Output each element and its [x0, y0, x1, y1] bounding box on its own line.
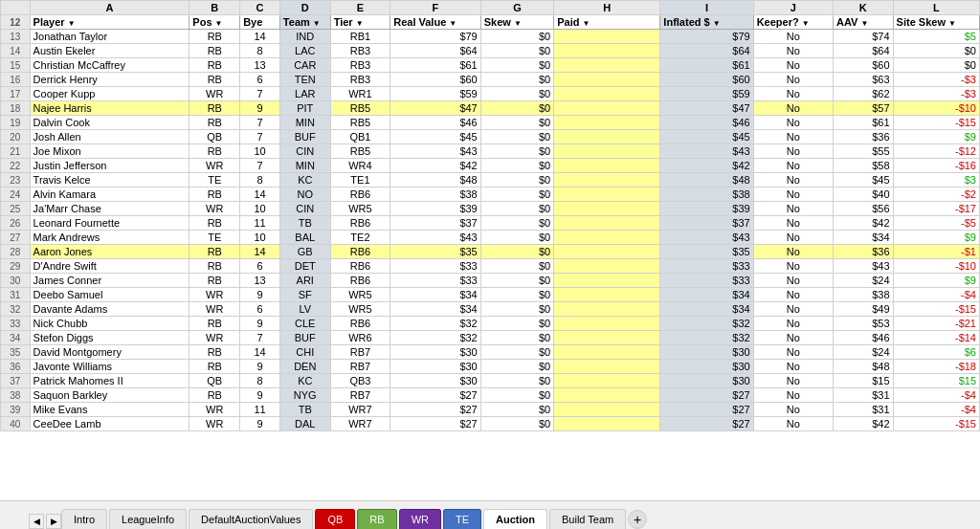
player-real-value: $47: [390, 101, 481, 116]
player-pos: TE: [189, 231, 240, 245]
player-tier: RB6: [330, 216, 390, 231]
player-paid[interactable]: [554, 116, 660, 130]
header-cell-inflated-[interactable]: Inflated $ ▼: [660, 15, 753, 30]
player-paid[interactable]: [554, 403, 660, 417]
header-cell-keeper?[interactable]: Keeper? ▼: [753, 15, 833, 30]
player-paid[interactable]: [554, 173, 660, 187]
player-name: D'Andre Swift: [30, 259, 189, 274]
header-cell-skew[interactable]: Skew ▼: [480, 15, 553, 30]
player-paid[interactable]: [554, 331, 660, 345]
player-paid[interactable]: [554, 360, 660, 374]
player-paid[interactable]: [554, 259, 660, 274]
row-number: 21: [1, 144, 31, 159]
player-keeper: No: [753, 144, 833, 159]
player-paid[interactable]: [554, 302, 660, 317]
player-real-value: $32: [390, 317, 481, 331]
player-skew: $0: [480, 345, 553, 360]
player-name: Stefon Diggs: [30, 331, 189, 345]
header-cell-team[interactable]: Team ▼: [279, 15, 330, 30]
tab-intro[interactable]: Intro: [61, 509, 107, 529]
row-number: 16: [1, 73, 31, 87]
player-skew: $0: [480, 101, 553, 116]
tab-auction[interactable]: Auction: [483, 509, 547, 529]
player-inflated: $30: [660, 374, 753, 388]
player-paid[interactable]: [554, 58, 660, 73]
player-paid[interactable]: [554, 187, 660, 202]
player-skew: $0: [480, 216, 553, 231]
player-pos: RB: [189, 144, 240, 159]
player-tier: RB6: [330, 187, 390, 202]
row-number: 23: [1, 173, 31, 187]
player-paid[interactable]: [554, 130, 660, 144]
row-number: 24: [1, 187, 31, 202]
tab-qb[interactable]: QB: [315, 509, 355, 529]
player-team: MIN: [279, 116, 330, 130]
player-tier: RB5: [330, 116, 390, 130]
player-pos: QB: [189, 374, 240, 388]
player-pos: WR: [189, 331, 240, 345]
header-cell-paid[interactable]: Paid ▼: [554, 15, 660, 30]
player-paid[interactable]: [554, 374, 660, 388]
player-pos: RB: [189, 44, 240, 58]
col-c-header: C: [240, 1, 280, 15]
tab-scroll-left[interactable]: ◀: [29, 514, 44, 529]
player-paid[interactable]: [554, 317, 660, 331]
header-cell-site-skew[interactable]: Site Skew ▼: [893, 15, 979, 30]
player-paid[interactable]: [554, 274, 660, 288]
header-cell-player[interactable]: Player ▼: [30, 15, 189, 30]
player-real-value: $30: [390, 374, 481, 388]
player-inflated: $34: [660, 302, 753, 317]
player-paid[interactable]: [554, 288, 660, 302]
header-cell-pos[interactable]: Pos ▼: [189, 15, 240, 30]
player-paid[interactable]: [554, 30, 660, 44]
row-number: 31: [1, 288, 31, 302]
player-paid[interactable]: [554, 73, 660, 87]
player-paid[interactable]: [554, 417, 660, 431]
player-paid[interactable]: [554, 202, 660, 216]
player-keeper: No: [753, 116, 833, 130]
player-pos: RB: [189, 101, 240, 116]
player-paid[interactable]: [554, 216, 660, 231]
player-paid[interactable]: [554, 159, 660, 173]
player-bye: 7: [240, 130, 280, 144]
add-sheet-button[interactable]: +: [628, 510, 647, 529]
tab-defaultauctionvalues[interactable]: DefaultAuctionValues: [189, 509, 313, 529]
player-paid[interactable]: [554, 87, 660, 101]
player-inflated: $64: [660, 44, 753, 58]
player-team: GB: [279, 245, 330, 259]
player-paid[interactable]: [554, 388, 660, 403]
player-keeper: No: [753, 231, 833, 245]
player-site-skew: -$14: [893, 331, 979, 345]
player-bye: 8: [240, 374, 280, 388]
player-skew: $0: [480, 187, 553, 202]
player-paid[interactable]: [554, 144, 660, 159]
tab-te[interactable]: TE: [443, 509, 481, 529]
row-number: 15: [1, 58, 31, 73]
tab-leagueinfo[interactable]: LeagueInfo: [109, 509, 187, 529]
player-inflated: $27: [660, 417, 753, 431]
player-tier: RB5: [330, 144, 390, 159]
player-site-skew: -$21: [893, 317, 979, 331]
player-paid[interactable]: [554, 231, 660, 245]
tab-wr[interactable]: WR: [399, 509, 441, 529]
player-tier: TE1: [330, 173, 390, 187]
player-keeper: No: [753, 302, 833, 317]
header-cell-real-value[interactable]: Real Value ▼: [390, 15, 481, 30]
header-cell-aav[interactable]: AAV ▼: [834, 15, 894, 30]
player-paid[interactable]: [554, 101, 660, 116]
tab-scroll-right[interactable]: ▶: [46, 514, 61, 529]
player-aav: $36: [834, 245, 894, 259]
tab-rb[interactable]: RB: [357, 509, 396, 529]
player-paid[interactable]: [554, 345, 660, 360]
player-real-value: $27: [390, 417, 481, 431]
header-cell-tier[interactable]: Tier ▼: [330, 15, 390, 30]
player-skew: $0: [480, 73, 553, 87]
header-cell-bye[interactable]: Bye: [240, 15, 280, 30]
tab-buildteam[interactable]: Build Team: [549, 509, 626, 529]
player-paid[interactable]: [554, 245, 660, 259]
player-name: CeeDee Lamb: [30, 417, 189, 431]
player-keeper: No: [753, 345, 833, 360]
player-bye: 6: [240, 259, 280, 274]
row-number: 12: [1, 15, 31, 30]
player-paid[interactable]: [554, 44, 660, 58]
